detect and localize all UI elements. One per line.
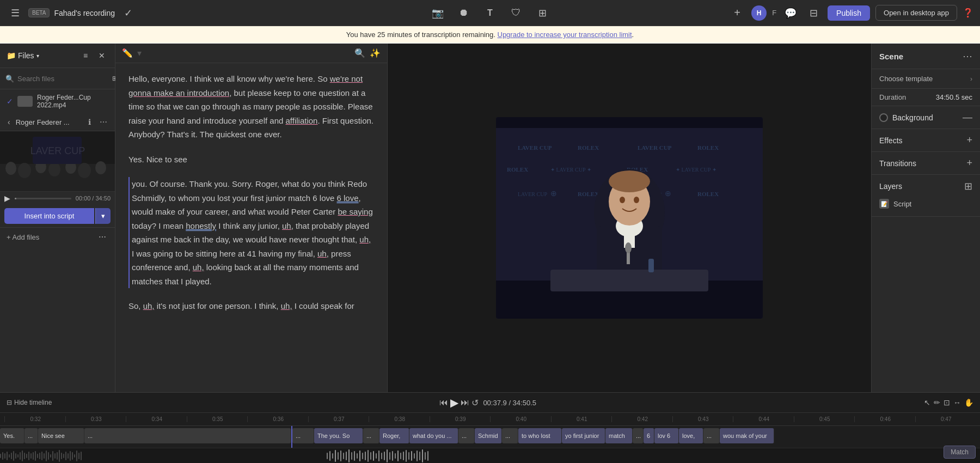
svg-rect-82: [338, 452, 339, 460]
pen-tool-button[interactable]: ✏: [934, 398, 940, 407]
svg-rect-77: [81, 452, 82, 460]
segment-to-who-lost[interactable]: to who lost: [518, 428, 562, 443]
effects-section[interactable]: Effects +: [872, 129, 980, 152]
segment-dot-4[interactable]: ...: [363, 428, 379, 443]
files-label[interactable]: 📁 Files ▾: [7, 51, 39, 60]
progress-bar[interactable]: [15, 198, 71, 199]
open-desktop-button[interactable]: Open in desktop app: [875, 5, 957, 21]
waveform-row: // Inline drawn in SVG: [0, 448, 980, 463]
camera-icon-button[interactable]: 📷: [429, 4, 446, 22]
segment-dot-5[interactable]: ...: [458, 428, 475, 443]
add-button[interactable]: +: [728, 4, 746, 22]
status-icon-button[interactable]: ✓: [119, 4, 137, 22]
ripple-tool-button[interactable]: ⊡: [944, 398, 950, 407]
skip-back-button[interactable]: ⏮: [439, 398, 448, 407]
info-button[interactable]: ℹ: [85, 117, 94, 127]
segment-nice-see[interactable]: Nice see: [38, 428, 84, 443]
match-badge[interactable]: Match: [944, 446, 976, 459]
left-sidebar: 📁 Files ▾ ≡ ✕ 🔍 ⊞ ✓ Roger Feder...Cup 20…: [0, 44, 115, 392]
svg-rect-49: [20, 452, 21, 460]
svg-point-5: [48, 162, 60, 176]
media-nav: ‹ Roger Federer ... ℹ ⋯: [0, 113, 115, 131]
segment-wou-mak[interactable]: wou mak of your: [720, 428, 774, 443]
svg-rect-59: [41, 452, 42, 460]
pencil-icon-button[interactable]: ✏️: [122, 48, 133, 58]
svg-rect-98: [381, 453, 382, 459]
banner-suffix: .: [632, 31, 634, 39]
file-item[interactable]: ✓ Roger Feder...Cup 2022.mp4: [0, 89, 115, 113]
segment-dot-2[interactable]: ...: [84, 428, 291, 443]
timeline-right-tools: ↖ ✏ ⊡ ↔ ✋: [924, 398, 973, 407]
shield-icon-button[interactable]: 🛡: [507, 4, 525, 22]
loop-button[interactable]: ↺: [471, 398, 479, 408]
effects-plus-button[interactable]: +: [966, 135, 972, 146]
record-icon-button[interactable]: ⏺: [455, 4, 473, 22]
layout-icon-button[interactable]: ⊟: [805, 4, 822, 22]
insert-dropdown-button[interactable]: ▾: [95, 208, 111, 224]
segment-dot-7[interactable]: ...: [633, 428, 644, 443]
transitions-section[interactable]: Transitions +: [872, 152, 980, 175]
segment-roger[interactable]: Roger,: [379, 428, 409, 443]
search-in-editor-button[interactable]: 🔍: [354, 48, 365, 58]
scene-more-button[interactable]: ⋯: [963, 50, 972, 62]
chat-icon-button[interactable]: 💬: [782, 4, 799, 22]
effects-label: Effects: [879, 136, 903, 145]
choose-template-row[interactable]: Choose template ›: [872, 69, 980, 89]
background-section-left: Background: [879, 113, 933, 122]
segment-dot-3[interactable]: ...: [292, 428, 314, 443]
segment-lov-6[interactable]: lov 6: [654, 428, 679, 443]
highlighted-text-9: uh,: [193, 263, 204, 272]
duration-label: Duration: [879, 93, 906, 101]
segment-love[interactable]: love,: [679, 428, 703, 443]
scene-title: Scene: [879, 52, 903, 61]
segment-dot-1[interactable]: ...: [24, 428, 38, 443]
cursor-tool-button[interactable]: ↖: [924, 398, 930, 407]
layers-expand-button[interactable]: ⊞: [964, 180, 972, 192]
play-button-small[interactable]: ▶: [4, 194, 10, 203]
segment-schmid[interactable]: Schmid: [475, 428, 502, 443]
upgrade-link[interactable]: Upgrade to increase your transcription l…: [498, 31, 632, 39]
text-icon-button[interactable]: T: [481, 4, 499, 22]
timeline-play-button[interactable]: ▶: [450, 396, 458, 409]
filter-icon-button[interactable]: ≡: [79, 49, 92, 62]
transitions-plus-button[interactable]: +: [966, 157, 972, 169]
segment-dot-6[interactable]: ...: [502, 428, 518, 443]
help-icon[interactable]: ❓: [963, 8, 973, 18]
segment-dot-8[interactable]: ...: [703, 428, 720, 443]
svg-rect-85: [346, 452, 347, 460]
paragraph-3: you. Of course. Thank you. Sorry. Roger,…: [128, 177, 374, 288]
hide-timeline-button[interactable]: ⊟ Hide timeline: [7, 399, 52, 406]
segment-yes[interactable]: Yes.: [0, 428, 24, 443]
add-files-button[interactable]: + Add files: [7, 233, 39, 241]
hide-timeline-icon: ⊟: [7, 399, 12, 406]
highlighted-text-7: uh,: [359, 235, 371, 244]
svg-rect-95: [373, 451, 374, 461]
hand-tool-button[interactable]: ✋: [964, 398, 973, 407]
segment-match[interactable]: match: [605, 428, 633, 443]
svg-rect-87: [351, 452, 352, 460]
hamburger-menu-button[interactable]: ☰: [7, 4, 24, 22]
background-line-button[interactable]: —: [963, 112, 972, 123]
layer-script-item[interactable]: 📝 Script: [879, 197, 972, 211]
svg-rect-113: [422, 449, 423, 462]
svg-text:LAVER CUP: LAVER CUP: [518, 191, 547, 197]
magic-button[interactable]: ✨: [370, 48, 381, 58]
nav-prev-button[interactable]: ‹: [4, 117, 14, 127]
publish-button[interactable]: Publish: [828, 5, 870, 21]
expand-tool-button[interactable]: ↔: [953, 398, 961, 407]
close-sidebar-button[interactable]: ✕: [95, 49, 108, 62]
segment-the-you-so[interactable]: The you. So: [314, 428, 363, 443]
insert-into-script-button[interactable]: Insert into script: [4, 208, 94, 224]
segment-yo-first-junior[interactable]: yo first junior: [562, 428, 605, 443]
media-panel: ‹ Roger Federer ... ℹ ⋯: [0, 113, 115, 392]
skip-forward-button[interactable]: ⏭: [461, 398, 469, 407]
grid-icon-button[interactable]: ⊞: [534, 4, 551, 22]
more-files-button[interactable]: ⋯: [96, 231, 108, 243]
segment-6[interactable]: 6: [644, 428, 654, 443]
track-left-segments: Yes. ... Nice see ...: [0, 426, 291, 448]
more-options-button[interactable]: ⋯: [96, 117, 111, 127]
search-input[interactable]: [17, 75, 109, 83]
background-section[interactable]: Background —: [872, 106, 980, 129]
segment-what-do-you[interactable]: what do you ...: [409, 428, 458, 443]
svg-rect-80: [332, 453, 333, 459]
